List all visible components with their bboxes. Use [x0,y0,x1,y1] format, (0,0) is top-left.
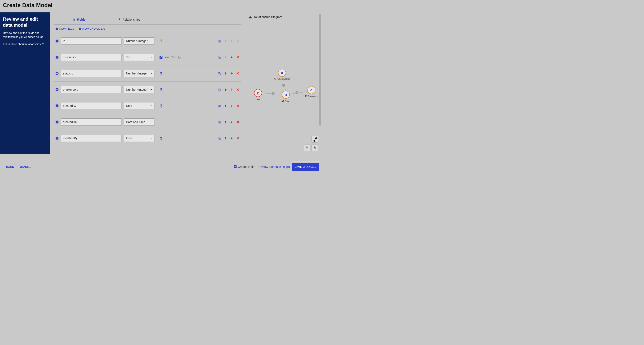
sitemap-icon [249,15,252,18]
arrow-up-icon [224,56,227,59]
diagram-node-user[interactable] [254,89,262,97]
move-down-button[interactable] [230,56,233,59]
diagram-heading: Relationship Diagram [249,15,318,19]
diagram-node-at-case[interactable]: a [282,91,290,99]
tab-fields[interactable]: Fields [54,15,104,24]
expand-field-button[interactable] [56,88,58,91]
delete-button[interactable] [236,121,239,124]
move-down-button[interactable] [230,88,233,91]
move-down-button[interactable] [230,121,233,124]
duplicate-button[interactable] [218,72,221,75]
arrow-down-icon [230,88,233,91]
link-icon [159,71,163,75]
expand-field-button[interactable] [56,121,58,123]
field-name-input[interactable] [60,86,122,93]
cancel-button[interactable]: CANCEL [20,165,31,169]
field-type-select[interactable]: User [124,102,154,109]
move-up-button[interactable] [224,88,227,91]
arrow-down-icon [230,104,233,107]
delete-button[interactable] [236,88,239,91]
expand-field-button[interactable] [56,72,58,75]
duplicate-button[interactable] [218,104,221,107]
duplicate-button[interactable] [218,39,221,43]
duplicate-button[interactable] [218,88,221,91]
tabs: Fields Relationships [54,15,241,25]
field-row: Number (Integer) [54,65,241,81]
create-table-checkbox-label[interactable]: Create Table [234,165,254,169]
collapse-button[interactable] [312,136,318,143]
checkbox-checked-icon[interactable] [160,56,162,59]
field-name-input[interactable] [60,118,122,126]
delete-button[interactable] [236,137,239,140]
arrow-up-icon [224,104,227,107]
field-type-select[interactable]: Number (Integer) [124,37,154,45]
duplicate-button[interactable] [218,56,221,59]
preview-script-link[interactable]: (Preview database script) [256,165,290,169]
diagram-label-at-case-status: AT Case Status [274,78,290,80]
delete-button[interactable] [236,72,239,75]
diagram-node-at-employee[interactable]: a [308,86,316,94]
new-field-button[interactable]: NEW FIELD [56,27,74,30]
zoom-out-button[interactable] [304,144,310,151]
new-choice-list-button[interactable]: NEW CHOICE LIST [79,27,107,30]
field-type-select[interactable]: Text [124,54,154,61]
expand-field-button[interactable] [56,137,58,140]
move-up-button[interactable] [224,72,227,75]
delete-button[interactable] [236,104,239,107]
diagram-node-at-case-status[interactable]: a [278,69,286,77]
field-row: Date and Time [54,114,241,130]
fit-to-screen-button [312,136,318,143]
field-type-select[interactable]: User [124,135,154,142]
zoom-in-icon [313,146,316,149]
field-name-input[interactable] [60,102,122,109]
arrow-down-icon [230,72,233,75]
arrow-up-icon [224,121,227,123]
link-icon [159,136,163,140]
expand-field-button[interactable] [56,56,58,59]
move-up-button[interactable] [224,121,227,124]
duplicate-button[interactable] [218,121,221,124]
x-icon [236,88,239,91]
external-link-icon [42,43,44,45]
tab-relationships[interactable]: Relationships [104,15,154,24]
save-changes-button[interactable]: SAVE CHANGES [292,163,319,171]
move-up-button[interactable] [224,104,227,107]
move-down-button[interactable] [230,104,233,107]
help-icon[interactable]: ? [178,56,180,59]
diagram-canvas[interactable]: User a AT Case a AT Case Status a AT Emp… [245,22,322,154]
duplicate-icon [218,88,221,91]
list-icon [72,18,75,21]
field-name-input[interactable] [60,37,122,45]
field-name-input[interactable] [60,54,122,61]
expand-field-button[interactable] [56,39,58,42]
back-button[interactable]: BACK [3,163,17,171]
x-icon [236,56,239,59]
arrow-down-icon [230,39,233,42]
field-type-select[interactable]: Number (Integer) [124,86,154,93]
field-name-input[interactable] [60,70,122,77]
caret-down-icon [150,56,152,58]
expand-field-button[interactable] [56,104,58,107]
move-down-button[interactable] [230,72,233,75]
move-down-button[interactable] [230,137,233,140]
caret-down-icon [150,137,152,139]
delete-button[interactable] [236,56,239,59]
field-type-select[interactable]: Number (Integer) [124,70,154,77]
x-icon [236,121,239,123]
arrow-down-icon [230,137,233,140]
delete-button [236,39,239,43]
plus-circle-icon [56,137,58,140]
fields-panel: Fields Relationships NEW FIELD NEW CHOIC… [50,12,245,154]
duplicate-button[interactable] [218,137,221,140]
field-name-input[interactable] [60,135,122,142]
learn-more-link[interactable]: Learn more about relationships [3,42,44,46]
zoom-out-icon [306,146,308,149]
long-text-label: Long Text [164,55,176,59]
sidebar-description: Review and edit the fields and relations… [3,31,47,39]
caret-down-icon [150,121,152,123]
field-type-select[interactable]: Date and Time [124,118,154,126]
move-up-button[interactable] [224,137,227,140]
zoom-in-button[interactable] [312,144,318,151]
x-icon [236,137,239,140]
caret-down-icon [150,40,152,42]
